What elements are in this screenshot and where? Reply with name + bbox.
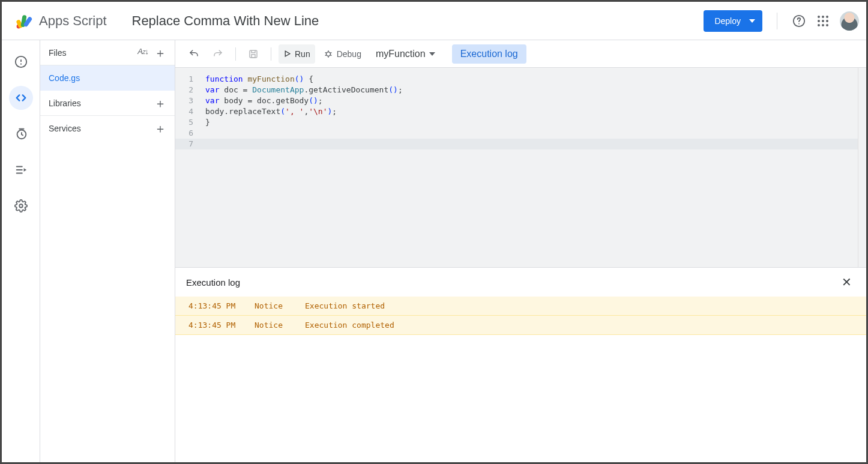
apps-grid-icon[interactable] bbox=[811, 9, 835, 33]
line-number: 6 bbox=[175, 128, 203, 139]
line-number: 3 bbox=[175, 95, 203, 106]
executions-icon[interactable] bbox=[9, 158, 33, 182]
svg-point-5 bbox=[798, 23, 800, 24]
execution-log-pane: Execution log ✕ 4:13:45 PM Notice Execut… bbox=[175, 267, 866, 462]
line-number: 1 bbox=[175, 74, 203, 85]
debug-label: Debug bbox=[337, 49, 361, 59]
svg-point-17 bbox=[20, 64, 21, 65]
svg-point-8 bbox=[826, 16, 828, 18]
log-time: 4:13:45 PM bbox=[188, 321, 240, 330]
services-label: Services bbox=[49, 124, 81, 133]
deploy-button[interactable]: Deploy bbox=[704, 10, 762, 32]
line-number: 4 bbox=[175, 106, 203, 117]
line-number: 7 bbox=[175, 139, 203, 149]
svg-point-27 bbox=[326, 52, 330, 56]
debug-button[interactable]: Debug bbox=[319, 44, 366, 64]
svg-point-14 bbox=[826, 24, 828, 26]
line-number: 2 bbox=[175, 85, 203, 95]
log-row: 4:13:45 PM Notice Execution started bbox=[175, 297, 866, 316]
execution-log-toggle[interactable]: Execution log bbox=[452, 44, 526, 64]
svg-rect-25 bbox=[252, 54, 255, 57]
svg-point-23 bbox=[19, 204, 23, 208]
svg-marker-26 bbox=[285, 51, 290, 56]
function-selector[interactable]: myFunction bbox=[370, 49, 439, 59]
svg-point-12 bbox=[818, 24, 820, 26]
editor-icon[interactable] bbox=[9, 86, 33, 110]
close-icon[interactable]: ✕ bbox=[838, 271, 855, 293]
services-header: Services ＋ bbox=[40, 116, 175, 141]
files-label: Files bbox=[49, 48, 67, 58]
svg-point-13 bbox=[822, 24, 824, 26]
triggers-icon[interactable] bbox=[9, 122, 33, 146]
line-number: 5 bbox=[175, 117, 203, 128]
svg-line-32 bbox=[330, 55, 331, 55]
header-bar: Apps Script Replace Comma With New Line … bbox=[2, 2, 866, 40]
save-button[interactable] bbox=[243, 44, 264, 64]
log-level: Notice bbox=[255, 321, 291, 330]
svg-point-11 bbox=[826, 20, 828, 22]
add-library-icon[interactable]: ＋ bbox=[154, 97, 166, 109]
add-file-icon[interactable]: ＋ bbox=[154, 47, 166, 59]
separator bbox=[271, 47, 271, 61]
run-label: Run bbox=[295, 49, 310, 59]
overview-icon[interactable] bbox=[9, 50, 33, 74]
svg-point-6 bbox=[818, 16, 820, 18]
project-title[interactable]: Replace Comma With New Line bbox=[132, 13, 319, 29]
avatar[interactable] bbox=[840, 11, 859, 31]
dropdown-arrow-icon bbox=[429, 52, 435, 56]
svg-point-9 bbox=[818, 20, 820, 22]
log-row: 4:13:45 PM Notice Execution completed bbox=[175, 316, 866, 335]
redo-button[interactable] bbox=[208, 44, 228, 64]
log-time: 4:13:45 PM bbox=[188, 301, 240, 310]
svg-point-7 bbox=[822, 16, 824, 18]
deploy-button-label: Deploy bbox=[714, 16, 741, 26]
separator bbox=[235, 47, 236, 61]
svg-marker-22 bbox=[23, 168, 26, 172]
product-name: Apps Script bbox=[39, 13, 107, 29]
file-name: Code.gs bbox=[49, 73, 80, 83]
help-icon[interactable] bbox=[787, 9, 811, 33]
svg-point-10 bbox=[822, 20, 824, 22]
left-nav-rail bbox=[2, 40, 40, 462]
svg-line-29 bbox=[325, 52, 326, 53]
function-name: myFunction bbox=[376, 49, 426, 59]
add-service-icon[interactable]: ＋ bbox=[154, 122, 166, 134]
files-header: Files AZ↓ ＋ bbox=[40, 40, 175, 65]
run-button[interactable]: Run bbox=[279, 44, 315, 64]
svg-line-30 bbox=[330, 52, 331, 53]
code-editor[interactable]: 1function myFunction() { 2var doc = Docu… bbox=[175, 68, 866, 267]
sort-icon[interactable]: AZ↓ bbox=[137, 47, 148, 59]
undo-button[interactable] bbox=[184, 44, 204, 64]
apps-script-logo-icon bbox=[14, 10, 35, 32]
file-item-code-gs[interactable]: Code.gs bbox=[40, 65, 175, 91]
separator bbox=[777, 13, 777, 29]
log-message: Execution started bbox=[305, 301, 853, 310]
libraries-header: Libraries ＋ bbox=[40, 91, 175, 116]
execution-log-title: Execution log bbox=[186, 277, 240, 288]
log-message: Execution completed bbox=[305, 321, 853, 330]
svg-line-31 bbox=[325, 55, 326, 55]
log-level: Notice bbox=[255, 301, 291, 310]
settings-icon[interactable] bbox=[9, 194, 33, 218]
file-panel: Files AZ↓ ＋ Code.gs Libraries ＋ Services… bbox=[40, 40, 175, 462]
dropdown-arrow-icon bbox=[749, 19, 755, 23]
vertical-scrollbar[interactable] bbox=[858, 68, 866, 267]
editor-toolbar: Run Debug myFunction Execution log bbox=[175, 40, 866, 68]
libraries-label: Libraries bbox=[49, 98, 81, 108]
